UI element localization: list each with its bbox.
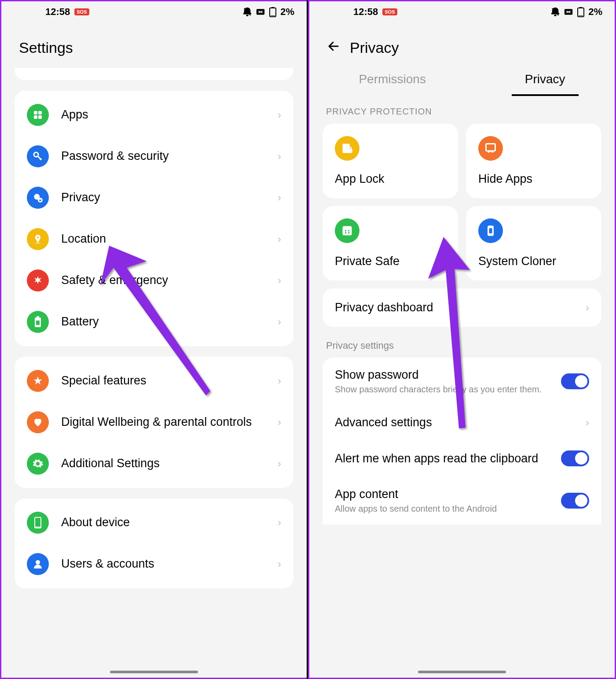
section-privacy-protection: PRIVACY PROTECTION — [323, 96, 601, 124]
back-button[interactable] — [327, 40, 340, 56]
svg-rect-26 — [349, 148, 352, 150]
chevron-right-icon: › — [278, 458, 281, 470]
chevron-right-icon: › — [278, 109, 281, 121]
setting-clipboard-alert[interactable]: Alert me when apps read the clipboard — [323, 440, 601, 477]
svg-point-33 — [345, 232, 347, 234]
tile-hide-apps[interactable]: Hide Apps — [466, 124, 601, 198]
row-password-security[interactable]: Password & security › — [15, 136, 293, 177]
row-special-features[interactable]: Special features › — [15, 360, 293, 402]
svg-rect-16 — [36, 321, 40, 325]
tile-label: Private Safe — [335, 255, 446, 268]
chevron-right-icon: › — [278, 233, 281, 245]
do-not-disturb-icon — [242, 7, 252, 17]
do-not-disturb-icon — [550, 7, 560, 17]
setting-app-content[interactable]: App content Allow apps to send content t… — [323, 477, 601, 524]
emergency-icon — [27, 269, 49, 292]
row-label: Password & security — [61, 149, 278, 164]
chevron-right-icon: › — [278, 192, 281, 204]
tab-permissions[interactable]: Permissions — [345, 68, 439, 96]
svg-rect-15 — [37, 316, 39, 318]
row-label: Users & accounts — [61, 557, 278, 572]
apps-icon — [27, 104, 49, 126]
setting-title: App content — [335, 487, 552, 501]
dashboard-label: Privacy dashboard — [335, 301, 433, 314]
tile-label: System Cloner — [478, 255, 589, 268]
row-label: Digital Wellbeing & parental controls — [61, 415, 278, 430]
row-label: Battery — [61, 314, 278, 329]
settings-list[interactable]: Apps › Password & security › Privacy › L… — [1, 68, 307, 588]
statusbar: 12:58 SOS 2% — [1, 1, 307, 22]
section-privacy-settings: Privacy settings — [323, 327, 601, 356]
settings-group-1: Special features › Digital Wellbeing & p… — [15, 357, 293, 488]
svg-point-29 — [491, 150, 492, 151]
svg-rect-4 — [34, 111, 37, 114]
row-apps[interactable]: Apps › — [15, 94, 293, 136]
safe-icon — [335, 218, 359, 243]
sos-badge: SOS — [382, 8, 397, 15]
statusbar: 12:58 SOS 2% — [309, 1, 615, 22]
tile-system-cloner[interactable]: System Cloner — [466, 206, 601, 280]
privacy-title: Privacy — [350, 39, 399, 56]
settings-group-0: Apps › Password & security › Privacy › L… — [15, 91, 293, 346]
privacy-header: Privacy — [309, 22, 615, 68]
svg-point-31 — [345, 230, 347, 232]
row-label: About device — [61, 515, 278, 530]
setting-subtitle: Show password characters briefly as you … — [335, 384, 552, 395]
chevron-right-icon: › — [278, 375, 281, 387]
setting-advanced[interactable]: Advanced settings › — [323, 405, 601, 440]
svg-rect-2 — [271, 7, 274, 8]
row-about-device[interactable]: About device › — [15, 502, 293, 543]
tile-private-safe[interactable]: Private Safe — [323, 206, 458, 280]
svg-rect-22 — [579, 7, 582, 8]
chevron-right-icon: › — [278, 150, 281, 162]
toggle-app-content[interactable] — [561, 493, 589, 509]
key-icon — [27, 145, 49, 167]
svg-rect-30 — [343, 226, 352, 236]
sos-badge: SOS — [74, 8, 89, 15]
tab-privacy[interactable]: Privacy — [512, 68, 579, 96]
chevron-right-icon: › — [586, 302, 589, 314]
row-label: Location — [61, 232, 278, 247]
phone-privacy: 12:58 SOS 2% Privacy Permissions Privacy… — [308, 0, 616, 679]
toggle-show-password[interactable] — [561, 373, 589, 389]
chevron-right-icon: › — [278, 558, 281, 570]
user-icon — [27, 553, 49, 575]
setting-title: Show password — [335, 368, 552, 382]
svg-rect-7 — [38, 115, 42, 119]
nav-handle[interactable] — [110, 671, 198, 673]
chevron-right-icon: › — [278, 274, 281, 287]
row-digital-wellbeing[interactable]: Digital Wellbeing & parental controls › — [15, 402, 293, 443]
privacy-icon — [27, 187, 49, 209]
row-location[interactable]: Location › — [15, 218, 293, 260]
row-label: Privacy — [61, 190, 278, 205]
chevron-right-icon: › — [278, 416, 281, 428]
setting-title: Alert me when apps read the clipboard — [335, 452, 552, 465]
tile-app-lock[interactable]: App Lock — [323, 124, 458, 198]
battery-percent: 2% — [280, 6, 294, 18]
star-icon — [27, 370, 49, 392]
nav-handle[interactable] — [418, 671, 506, 673]
chevron-right-icon: › — [278, 517, 281, 529]
toggle-clipboard-alert[interactable] — [561, 450, 589, 466]
gear-icon — [27, 453, 49, 475]
svg-rect-23 — [579, 15, 583, 16]
privacy-content[interactable]: PRIVACY PROTECTION App Lock Hide Apps Pr… — [309, 96, 615, 524]
svg-point-34 — [348, 232, 350, 234]
chevron-right-icon: › — [586, 417, 589, 429]
svg-point-32 — [348, 230, 350, 232]
svg-rect-6 — [34, 115, 37, 119]
row-battery[interactable]: Battery › — [15, 301, 293, 343]
svg-point-28 — [488, 150, 489, 151]
svg-rect-3 — [271, 15, 275, 16]
battery-icon — [577, 7, 585, 17]
row-safety-emergency[interactable]: Safety & emergency › — [15, 260, 293, 301]
privacy-dashboard[interactable]: Privacy dashboard › — [323, 288, 601, 327]
setting-show-password[interactable]: Show password Show password characters b… — [323, 358, 601, 405]
device-icon — [27, 512, 49, 534]
row-additional-settings[interactable]: Additional Settings › — [15, 443, 293, 484]
protection-grid: App Lock Hide Apps Private Safe System C… — [323, 124, 601, 280]
svg-point-19 — [36, 560, 40, 565]
row-privacy[interactable]: Privacy › — [15, 177, 293, 218]
row-users-accounts[interactable]: Users & accounts › — [15, 543, 293, 585]
tabs: Permissions Privacy — [309, 68, 615, 96]
